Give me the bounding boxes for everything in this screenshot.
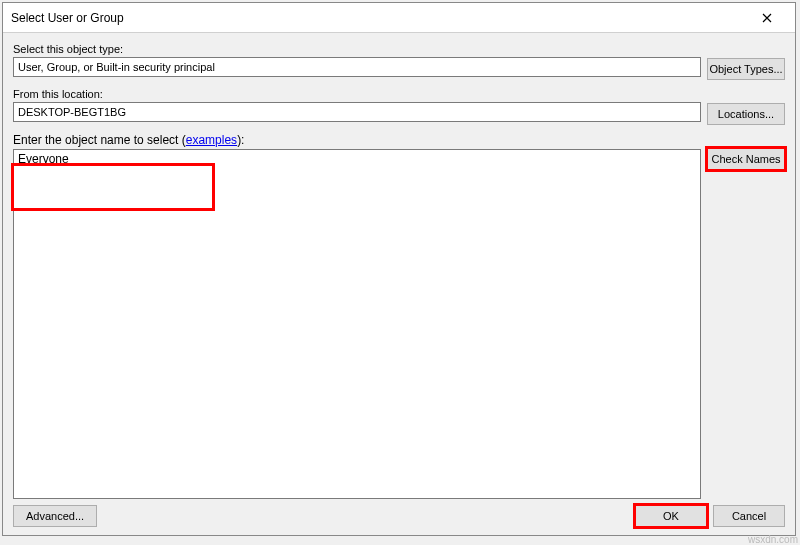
dialog-content: Select this object type: User, Group, or… — [3, 33, 795, 535]
watermark: wsxdn.com — [748, 534, 798, 545]
examples-link[interactable]: examples — [186, 133, 237, 147]
object-type-row: Select this object type: User, Group, or… — [13, 43, 785, 80]
object-type-label: Select this object type: — [13, 43, 701, 55]
object-name-label: Enter the object name to select (example… — [13, 133, 701, 147]
ok-button[interactable]: OK — [635, 505, 707, 527]
object-type-field: Select this object type: User, Group, or… — [13, 43, 701, 77]
footer-bar: Advanced... OK Cancel — [13, 499, 785, 527]
check-names-button[interactable]: Check Names — [707, 148, 785, 170]
object-types-button[interactable]: Object Types... — [707, 58, 785, 80]
select-user-group-dialog: Select User or Group Select this object … — [2, 2, 796, 536]
advanced-button[interactable]: Advanced... — [13, 505, 97, 527]
object-name-value: Everyone — [18, 152, 69, 166]
window-title: Select User or Group — [11, 11, 124, 25]
location-row: From this location: DESKTOP-BEGT1BG Loca… — [13, 88, 785, 125]
object-name-section: Enter the object name to select (example… — [13, 133, 785, 499]
locations-button[interactable]: Locations... — [707, 103, 785, 125]
cancel-button[interactable]: Cancel — [713, 505, 785, 527]
object-name-label-prefix: Enter the object name to select ( — [13, 133, 186, 147]
object-type-input[interactable]: User, Group, or Built-in security princi… — [13, 57, 701, 77]
object-name-input[interactable]: Everyone — [13, 149, 701, 499]
close-icon — [762, 13, 772, 23]
object-type-button-col: Object Types... — [707, 43, 785, 80]
location-field: From this location: DESKTOP-BEGT1BG — [13, 88, 701, 122]
object-name-field: Enter the object name to select (example… — [13, 133, 701, 499]
location-input[interactable]: DESKTOP-BEGT1BG — [13, 102, 701, 122]
object-name-label-suffix: ): — [237, 133, 244, 147]
close-button[interactable] — [747, 4, 787, 32]
check-names-col: Check Names — [707, 133, 785, 499]
titlebar: Select User or Group — [3, 3, 795, 33]
location-button-col: Locations... — [707, 88, 785, 125]
location-label: From this location: — [13, 88, 701, 100]
